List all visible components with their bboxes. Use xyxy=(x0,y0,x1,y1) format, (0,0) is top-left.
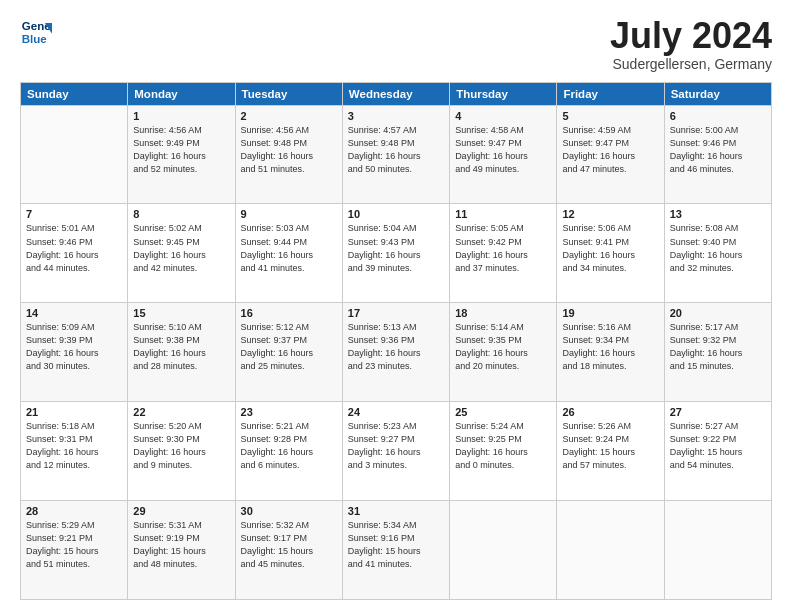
day-detail: Sunrise: 5:12 AMSunset: 9:37 PMDaylight:… xyxy=(241,321,337,373)
col-sunday: Sunday xyxy=(21,82,128,105)
calendar-cell: 3Sunrise: 4:57 AMSunset: 9:48 PMDaylight… xyxy=(342,105,449,204)
calendar-table: Sunday Monday Tuesday Wednesday Thursday… xyxy=(20,82,772,600)
calendar-cell: 30Sunrise: 5:32 AMSunset: 9:17 PMDayligh… xyxy=(235,501,342,600)
day-detail: Sunrise: 5:08 AMSunset: 9:40 PMDaylight:… xyxy=(670,222,766,274)
day-detail: Sunrise: 5:06 AMSunset: 9:41 PMDaylight:… xyxy=(562,222,658,274)
calendar-cell: 9Sunrise: 5:03 AMSunset: 9:44 PMDaylight… xyxy=(235,204,342,303)
day-number: 3 xyxy=(348,110,444,122)
day-detail: Sunrise: 4:56 AMSunset: 9:49 PMDaylight:… xyxy=(133,124,229,176)
title-month: July 2024 xyxy=(610,16,772,56)
day-number: 9 xyxy=(241,208,337,220)
day-number: 21 xyxy=(26,406,122,418)
day-number: 23 xyxy=(241,406,337,418)
day-detail: Sunrise: 5:00 AMSunset: 9:46 PMDaylight:… xyxy=(670,124,766,176)
day-number: 2 xyxy=(241,110,337,122)
day-number: 29 xyxy=(133,505,229,517)
day-detail: Sunrise: 5:10 AMSunset: 9:38 PMDaylight:… xyxy=(133,321,229,373)
day-number: 16 xyxy=(241,307,337,319)
day-detail: Sunrise: 5:20 AMSunset: 9:30 PMDaylight:… xyxy=(133,420,229,472)
day-detail: Sunrise: 5:29 AMSunset: 9:21 PMDaylight:… xyxy=(26,519,122,571)
day-detail: Sunrise: 5:02 AMSunset: 9:45 PMDaylight:… xyxy=(133,222,229,274)
header-row: Sunday Monday Tuesday Wednesday Thursday… xyxy=(21,82,772,105)
col-saturday: Saturday xyxy=(664,82,771,105)
day-detail: Sunrise: 5:24 AMSunset: 9:25 PMDaylight:… xyxy=(455,420,551,472)
day-number: 17 xyxy=(348,307,444,319)
day-number: 24 xyxy=(348,406,444,418)
svg-text:Blue: Blue xyxy=(22,33,48,45)
calendar-cell: 7Sunrise: 5:01 AMSunset: 9:46 PMDaylight… xyxy=(21,204,128,303)
day-number: 20 xyxy=(670,307,766,319)
col-tuesday: Tuesday xyxy=(235,82,342,105)
day-detail: Sunrise: 5:13 AMSunset: 9:36 PMDaylight:… xyxy=(348,321,444,373)
day-number: 12 xyxy=(562,208,658,220)
day-detail: Sunrise: 5:01 AMSunset: 9:46 PMDaylight:… xyxy=(26,222,122,274)
col-friday: Friday xyxy=(557,82,664,105)
day-detail: Sunrise: 5:14 AMSunset: 9:35 PMDaylight:… xyxy=(455,321,551,373)
week-row: 7Sunrise: 5:01 AMSunset: 9:46 PMDaylight… xyxy=(21,204,772,303)
col-monday: Monday xyxy=(128,82,235,105)
day-number: 6 xyxy=(670,110,766,122)
calendar-cell: 11Sunrise: 5:05 AMSunset: 9:42 PMDayligh… xyxy=(450,204,557,303)
day-number: 19 xyxy=(562,307,658,319)
week-row: 28Sunrise: 5:29 AMSunset: 9:21 PMDayligh… xyxy=(21,501,772,600)
calendar-cell: 25Sunrise: 5:24 AMSunset: 9:25 PMDayligh… xyxy=(450,402,557,501)
day-number: 14 xyxy=(26,307,122,319)
day-number: 22 xyxy=(133,406,229,418)
week-row: 14Sunrise: 5:09 AMSunset: 9:39 PMDayligh… xyxy=(21,303,772,402)
day-number: 8 xyxy=(133,208,229,220)
page: General Blue July 2024 Sudergellersen, G… xyxy=(0,0,792,612)
day-number: 18 xyxy=(455,307,551,319)
day-number: 7 xyxy=(26,208,122,220)
logo-icon: General Blue xyxy=(20,16,52,48)
day-detail: Sunrise: 5:18 AMSunset: 9:31 PMDaylight:… xyxy=(26,420,122,472)
calendar-cell: 18Sunrise: 5:14 AMSunset: 9:35 PMDayligh… xyxy=(450,303,557,402)
calendar-cell: 2Sunrise: 4:56 AMSunset: 9:48 PMDaylight… xyxy=(235,105,342,204)
calendar-cell: 1Sunrise: 4:56 AMSunset: 9:49 PMDaylight… xyxy=(128,105,235,204)
day-number: 15 xyxy=(133,307,229,319)
calendar-cell: 24Sunrise: 5:23 AMSunset: 9:27 PMDayligh… xyxy=(342,402,449,501)
calendar-cell: 5Sunrise: 4:59 AMSunset: 9:47 PMDaylight… xyxy=(557,105,664,204)
day-number: 13 xyxy=(670,208,766,220)
col-thursday: Thursday xyxy=(450,82,557,105)
day-detail: Sunrise: 5:05 AMSunset: 9:42 PMDaylight:… xyxy=(455,222,551,274)
header: General Blue July 2024 Sudergellersen, G… xyxy=(20,16,772,72)
title-location: Sudergellersen, Germany xyxy=(610,56,772,72)
day-detail: Sunrise: 5:31 AMSunset: 9:19 PMDaylight:… xyxy=(133,519,229,571)
calendar-cell: 10Sunrise: 5:04 AMSunset: 9:43 PMDayligh… xyxy=(342,204,449,303)
calendar-cell xyxy=(450,501,557,600)
calendar-cell: 8Sunrise: 5:02 AMSunset: 9:45 PMDaylight… xyxy=(128,204,235,303)
calendar-cell: 12Sunrise: 5:06 AMSunset: 9:41 PMDayligh… xyxy=(557,204,664,303)
logo: General Blue xyxy=(20,16,52,48)
calendar-cell xyxy=(664,501,771,600)
day-detail: Sunrise: 5:26 AMSunset: 9:24 PMDaylight:… xyxy=(562,420,658,472)
day-detail: Sunrise: 5:03 AMSunset: 9:44 PMDaylight:… xyxy=(241,222,337,274)
calendar-cell: 21Sunrise: 5:18 AMSunset: 9:31 PMDayligh… xyxy=(21,402,128,501)
calendar-cell: 20Sunrise: 5:17 AMSunset: 9:32 PMDayligh… xyxy=(664,303,771,402)
day-number: 4 xyxy=(455,110,551,122)
col-wednesday: Wednesday xyxy=(342,82,449,105)
day-number: 1 xyxy=(133,110,229,122)
calendar-cell xyxy=(21,105,128,204)
calendar-cell: 22Sunrise: 5:20 AMSunset: 9:30 PMDayligh… xyxy=(128,402,235,501)
day-detail: Sunrise: 5:32 AMSunset: 9:17 PMDaylight:… xyxy=(241,519,337,571)
week-row: 1Sunrise: 4:56 AMSunset: 9:49 PMDaylight… xyxy=(21,105,772,204)
day-detail: Sunrise: 4:56 AMSunset: 9:48 PMDaylight:… xyxy=(241,124,337,176)
calendar-cell: 6Sunrise: 5:00 AMSunset: 9:46 PMDaylight… xyxy=(664,105,771,204)
day-detail: Sunrise: 5:09 AMSunset: 9:39 PMDaylight:… xyxy=(26,321,122,373)
calendar-cell: 19Sunrise: 5:16 AMSunset: 9:34 PMDayligh… xyxy=(557,303,664,402)
day-detail: Sunrise: 4:57 AMSunset: 9:48 PMDaylight:… xyxy=(348,124,444,176)
day-number: 11 xyxy=(455,208,551,220)
calendar-cell: 27Sunrise: 5:27 AMSunset: 9:22 PMDayligh… xyxy=(664,402,771,501)
day-detail: Sunrise: 4:59 AMSunset: 9:47 PMDaylight:… xyxy=(562,124,658,176)
calendar-cell: 23Sunrise: 5:21 AMSunset: 9:28 PMDayligh… xyxy=(235,402,342,501)
title-block: July 2024 Sudergellersen, Germany xyxy=(610,16,772,72)
day-detail: Sunrise: 5:23 AMSunset: 9:27 PMDaylight:… xyxy=(348,420,444,472)
day-detail: Sunrise: 5:04 AMSunset: 9:43 PMDaylight:… xyxy=(348,222,444,274)
day-number: 5 xyxy=(562,110,658,122)
calendar-cell: 31Sunrise: 5:34 AMSunset: 9:16 PMDayligh… xyxy=(342,501,449,600)
calendar-cell: 16Sunrise: 5:12 AMSunset: 9:37 PMDayligh… xyxy=(235,303,342,402)
calendar-cell: 4Sunrise: 4:58 AMSunset: 9:47 PMDaylight… xyxy=(450,105,557,204)
calendar-cell: 26Sunrise: 5:26 AMSunset: 9:24 PMDayligh… xyxy=(557,402,664,501)
calendar-cell: 29Sunrise: 5:31 AMSunset: 9:19 PMDayligh… xyxy=(128,501,235,600)
day-number: 26 xyxy=(562,406,658,418)
